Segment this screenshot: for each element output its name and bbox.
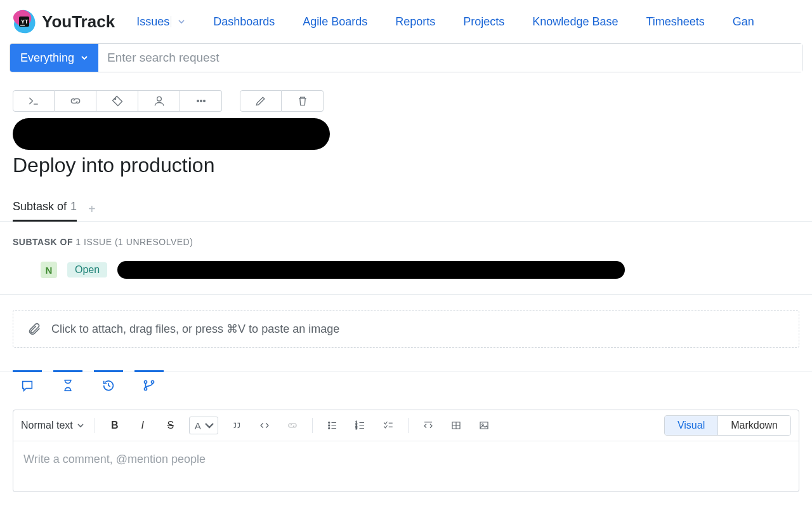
product-name: YouTrack xyxy=(42,12,115,32)
svg-rect-2 xyxy=(20,25,25,25)
more-button[interactable] xyxy=(180,90,222,112)
checklist-icon xyxy=(383,420,394,431)
nav-knowledge-base[interactable]: Knowledge Base xyxy=(532,15,618,29)
activity-tab-comments[interactable] xyxy=(13,370,42,398)
nav-timesheets[interactable]: Timesheets xyxy=(646,15,704,29)
activity-tab-vcs[interactable] xyxy=(134,370,164,398)
tab-subtask-of-label: Subtask of xyxy=(13,200,67,213)
user-icon xyxy=(153,95,166,107)
toolbar-separator xyxy=(408,418,409,433)
assignee-button[interactable] xyxy=(138,90,180,112)
ordered-list-button[interactable]: 123 xyxy=(351,417,370,434)
mode-visual-button[interactable]: Visual xyxy=(665,416,717,435)
command-button[interactable] xyxy=(13,90,55,112)
svg-point-12 xyxy=(329,425,330,426)
history-icon xyxy=(102,378,115,392)
strike-button[interactable]: S xyxy=(161,417,180,434)
bullet-list-button[interactable] xyxy=(323,417,342,434)
comment-input[interactable]: Write a comment, @mention people xyxy=(13,441,799,491)
toolbar-separator xyxy=(95,418,95,433)
text-color-letter: A xyxy=(195,420,201,431)
links-section-header: SUBTASK OF 1 ISSUE (1 UNRESOLVED) xyxy=(0,222,812,247)
edit-button[interactable] xyxy=(240,90,282,112)
quote-button[interactable] xyxy=(227,417,246,434)
svg-text:3: 3 xyxy=(355,427,357,430)
code-block-icon xyxy=(422,420,434,431)
chevron-down-icon xyxy=(81,54,88,62)
image-button[interactable] xyxy=(475,417,494,434)
editor-toolbar: Normal text B I S A 123 xyxy=(13,410,799,441)
branch-icon xyxy=(142,378,156,392)
redacted-content xyxy=(13,118,330,150)
code-icon xyxy=(259,420,270,431)
italic-button[interactable]: I xyxy=(133,417,152,434)
link-button[interactable] xyxy=(55,90,96,112)
svg-point-8 xyxy=(144,380,147,383)
toolbar-group-edit xyxy=(240,90,324,112)
svg-point-5 xyxy=(197,100,199,102)
quote-icon xyxy=(231,420,242,431)
activity-tab-history[interactable] xyxy=(94,370,123,398)
editor-mode-switch: Visual Markdown xyxy=(664,415,791,436)
search-input[interactable] xyxy=(98,44,802,72)
issue-toolbar xyxy=(0,72,812,112)
chevron-down-icon[interactable] xyxy=(178,18,185,25)
tag-icon xyxy=(111,95,124,107)
svg-point-10 xyxy=(151,380,154,383)
svg-point-6 xyxy=(200,100,202,102)
svg-point-7 xyxy=(203,100,205,102)
toolbar-separator xyxy=(312,418,313,433)
links-section-meta: 1 ISSUE (1 UNRESOLVED) xyxy=(75,237,193,247)
text-color-button[interactable]: A xyxy=(189,417,218,434)
issue-title[interactable]: Deploy into production xyxy=(0,150,812,177)
nav-gantt[interactable]: Gan xyxy=(733,15,754,29)
link-icon xyxy=(69,95,82,107)
linked-issue-row[interactable]: N Open xyxy=(0,247,812,295)
status-badge: Open xyxy=(67,262,107,277)
nav-projects[interactable]: Projects xyxy=(463,15,504,29)
nav-dashboards[interactable]: Dashboards xyxy=(213,15,275,29)
comment-icon xyxy=(20,378,34,392)
links-tabs: Subtask of 1 + xyxy=(0,177,812,222)
add-link-button[interactable]: + xyxy=(88,203,96,215)
activity-tabs xyxy=(0,370,812,398)
bold-button[interactable]: B xyxy=(105,417,124,434)
primary-nav: Issues Dashboards Agile Boards Reports P… xyxy=(136,15,801,29)
nav-issues[interactable]: Issues xyxy=(136,15,185,29)
text-style-label: Normal text xyxy=(21,420,73,431)
links-section-label: SUBTASK OF xyxy=(13,237,73,247)
tab-subtask-of-count: 1 xyxy=(70,200,77,213)
attachment-hint: Click to attach, drag files, or press ⌘V… xyxy=(51,322,339,336)
tab-subtask-of[interactable]: Subtask of 1 xyxy=(13,200,77,222)
svg-rect-18 xyxy=(480,422,488,429)
activity-tab-spent-time[interactable] xyxy=(53,370,82,398)
link-icon xyxy=(287,420,298,431)
top-bar: YT YouTrack Issues Dashboards Agile Boar… xyxy=(0,0,812,43)
chevron-down-icon xyxy=(77,422,84,429)
nav-agile-boards[interactable]: Agile Boards xyxy=(303,15,367,29)
svg-point-13 xyxy=(329,427,330,429)
table-button[interactable] xyxy=(447,417,466,434)
search-scope-label: Everything xyxy=(20,51,74,65)
attachment-dropzone[interactable]: Click to attach, drag files, or press ⌘V… xyxy=(13,310,799,348)
hourglass-icon xyxy=(61,378,75,392)
text-style-select[interactable]: Normal text xyxy=(21,420,84,431)
product-logo[interactable]: YT YouTrack xyxy=(11,9,115,34)
mode-markdown-button[interactable]: Markdown xyxy=(717,416,790,435)
trash-icon xyxy=(296,95,309,107)
code-block-button[interactable] xyxy=(419,417,438,434)
image-icon xyxy=(478,420,490,431)
tag-button[interactable] xyxy=(96,90,138,112)
link-button[interactable] xyxy=(283,417,302,434)
chevron-down-icon xyxy=(204,420,215,431)
svg-point-9 xyxy=(144,387,147,390)
code-button[interactable] xyxy=(255,417,274,434)
youtrack-logo-icon: YT xyxy=(11,9,37,34)
bullet-list-icon xyxy=(327,420,338,431)
search-bar: Everything xyxy=(10,43,802,72)
nav-reports[interactable]: Reports xyxy=(395,15,435,29)
delete-button[interactable] xyxy=(282,90,324,112)
checklist-button[interactable] xyxy=(379,417,398,434)
search-scope-button[interactable]: Everything xyxy=(10,44,98,72)
redacted-content xyxy=(117,261,625,279)
